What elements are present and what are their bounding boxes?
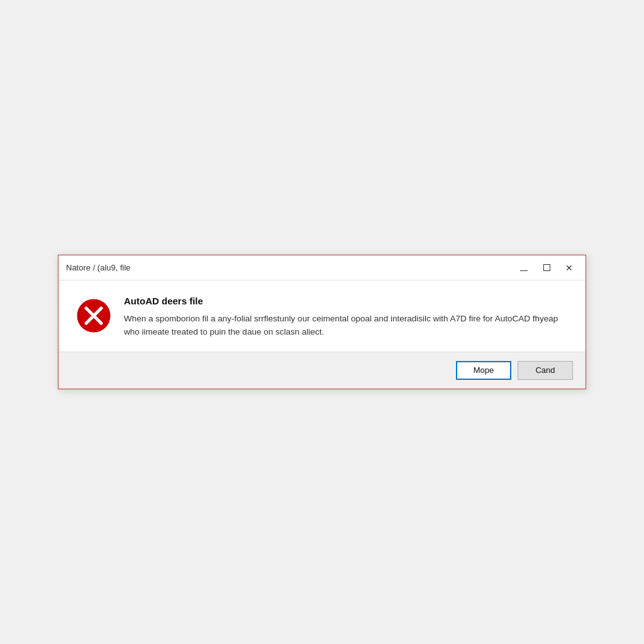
- mope-button[interactable]: Mope: [456, 361, 511, 380]
- dialog-body: AutoAD deers file When a spomborion fil …: [58, 280, 586, 352]
- error-icon-container: [76, 298, 111, 333]
- error-title: AutoAD deers file: [124, 296, 568, 306]
- title-bar-controls: ✕: [515, 262, 578, 274]
- dialog-content: AutoAD deers file When a spomborion fil …: [124, 296, 568, 339]
- dialog-box: Natore / (alu9, file ✕: [58, 255, 586, 389]
- close-icon: ✕: [565, 263, 573, 273]
- error-icon: [76, 298, 111, 333]
- cand-button[interactable]: Cand: [518, 361, 573, 380]
- close-button[interactable]: ✕: [560, 262, 578, 274]
- maximize-button[interactable]: [538, 262, 555, 274]
- dialog-wrapper: Natore / (alu9, file ✕: [0, 0, 644, 644]
- minimize-button[interactable]: [515, 262, 533, 274]
- minimize-icon: [520, 270, 528, 271]
- title-bar: Natore / (alu9, file ✕: [58, 255, 586, 280]
- dialog-footer: Mope Cand: [58, 352, 586, 389]
- error-message: When a spomborion fil a any-folial srrfl…: [124, 313, 568, 339]
- maximize-icon: [543, 264, 550, 271]
- dialog-title: Natore / (alu9, file: [66, 263, 131, 272]
